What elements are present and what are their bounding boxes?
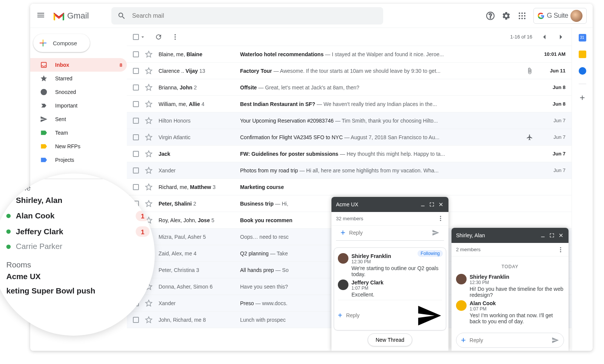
sidebar-item-projects[interactable]: Projects: [30, 153, 127, 167]
row-checkbox[interactable]: [133, 134, 139, 140]
email-row[interactable]: Blaine, me, Blaine Waterloo hotel recomm…: [127, 46, 572, 63]
refresh-icon[interactable]: [155, 33, 162, 41]
row-checkbox[interactable]: [133, 118, 139, 124]
header: Gmail G Suite: [30, 4, 593, 28]
room-row[interactable]: keting Super Bowl push: [6, 284, 150, 298]
row-checkbox[interactable]: [133, 317, 139, 323]
row-checkbox[interactable]: [133, 84, 139, 91]
search-input[interactable]: [132, 12, 377, 19]
email-row[interactable]: William, me, Allie4 Best Indian Restaura…: [127, 96, 572, 112]
sidebar-item-starred[interactable]: Starred: [30, 72, 127, 85]
email-row[interactable]: Xander Photos from my road trip — Hi all…: [127, 162, 572, 179]
plus-icon[interactable]: +: [461, 336, 466, 344]
gsuite-button[interactable]: G Suite: [533, 8, 587, 24]
sidebar-item-important[interactable]: Important: [30, 99, 127, 112]
star-icon[interactable]: [145, 84, 153, 91]
email-row[interactable]: Clarence .. Vijay13 Factory Tour — Aweso…: [127, 63, 572, 79]
room-name: Acme UX: [6, 272, 41, 281]
following-badge[interactable]: Following: [418, 250, 443, 257]
search-bar[interactable]: [111, 7, 383, 25]
calendar-icon[interactable]: 31: [579, 34, 586, 41]
row-checkbox[interactable]: [133, 151, 139, 157]
star-icon[interactable]: [145, 51, 153, 58]
chat-header[interactable]: Acme UX: [331, 197, 448, 212]
chat-header[interactable]: Shirley, Alan: [451, 228, 569, 243]
tasks-icon[interactable]: [579, 67, 586, 75]
menu-icon[interactable]: [36, 11, 45, 21]
email-row[interactable]: Brianna, John2 Offsite — Great, let's me…: [127, 79, 572, 96]
star-icon[interactable]: [145, 67, 153, 75]
compose-button[interactable]: Compose: [33, 34, 90, 52]
star-icon[interactable]: [145, 316, 153, 324]
people-row[interactable]: Shirley, Alan 1: [6, 192, 150, 208]
star-icon[interactable]: [145, 117, 153, 124]
svg-rect-10: [43, 40, 43, 43]
sender: Virgin Atlantic: [159, 134, 234, 140]
profile-avatar[interactable]: [570, 10, 582, 22]
sidebar-item-snoozed[interactable]: Snoozed: [30, 85, 127, 99]
nav-label: Sent: [55, 116, 66, 122]
keep-icon[interactable]: [579, 51, 586, 58]
close-icon[interactable]: [558, 232, 564, 238]
star-icon[interactable]: [145, 167, 153, 174]
thread-reply-input[interactable]: [346, 312, 412, 318]
select-all[interactable]: [133, 34, 146, 40]
reply-input[interactable]: [349, 230, 428, 236]
star-icon[interactable]: [145, 183, 153, 191]
email-row[interactable]: Hilton Honors Your Upcoming Reservation …: [127, 112, 572, 129]
svg-point-3: [524, 12, 525, 14]
clock-icon: [40, 88, 48, 96]
rooms-section: Rooms Acme UXketing Super Bowl push: [0, 256, 155, 301]
send-icon[interactable]: [416, 303, 442, 329]
plus-icon[interactable]: +: [341, 229, 345, 237]
more-icon[interactable]: [171, 33, 179, 41]
email-row[interactable]: Jack FW: Guidelines for poster submissio…: [127, 146, 572, 162]
chat-more-icon[interactable]: [557, 246, 564, 253]
plus-icon[interactable]: +: [338, 311, 342, 320]
row-checkbox[interactable]: [133, 101, 139, 107]
people-row[interactable]: Alan Cook 1: [6, 208, 150, 224]
reply-bar-top[interactable]: +: [336, 226, 444, 241]
sidebar-item-sent[interactable]: Sent: [30, 112, 127, 126]
row-checkbox[interactable]: [133, 51, 139, 57]
send-icon[interactable]: [552, 336, 559, 344]
chat-more-icon[interactable]: [437, 215, 444, 222]
gear-icon[interactable]: [502, 11, 511, 20]
minimize-icon[interactable]: [540, 232, 546, 238]
logo[interactable]: Gmail: [53, 11, 89, 21]
row-checkbox[interactable]: [133, 68, 139, 74]
expand-icon[interactable]: [549, 232, 555, 238]
sidebar-item-team[interactable]: Team: [30, 126, 127, 140]
sidebar-item-inbox[interactable]: Inbox8: [30, 58, 127, 72]
send-icon[interactable]: [432, 229, 439, 237]
room-row[interactable]: Acme UX: [6, 270, 150, 284]
people-row[interactable]: Jeffery Clark 1: [6, 224, 150, 239]
next-page-icon[interactable]: [556, 32, 565, 41]
reply-bar[interactable]: +: [456, 333, 564, 348]
star-icon[interactable]: [145, 134, 153, 141]
star-icon[interactable]: [145, 100, 153, 108]
sidebar-item-new-rfps[interactable]: New RFPs: [30, 140, 127, 153]
new-thread-button[interactable]: New Thread: [368, 333, 412, 346]
help-icon[interactable]: [486, 11, 495, 20]
minimize-icon[interactable]: [420, 201, 426, 207]
apps-icon[interactable]: [518, 11, 527, 20]
flight-icon: [526, 134, 533, 141]
email-row[interactable]: Virgin Atlantic Confirmation for Flight …: [127, 129, 572, 146]
magnifier-overlay: ctive People 3 Shirley, Alan 1 Alan Cook…: [0, 174, 155, 336]
star-icon[interactable]: [145, 150, 153, 158]
people-row[interactable]: Carrie Parker: [6, 240, 150, 254]
sender: Zaid, Alex, me4: [159, 250, 234, 256]
reply-input[interactable]: [470, 337, 548, 343]
star-icon[interactable]: [145, 200, 153, 207]
star-icon[interactable]: [145, 299, 153, 307]
thread-reply[interactable]: +: [338, 300, 442, 329]
row-checkbox[interactable]: [133, 167, 139, 174]
person-name: Shirley, Alan: [16, 196, 62, 205]
close-icon[interactable]: [438, 201, 444, 207]
email-row[interactable]: Richard, me, Matthew3 Marketing course: [127, 179, 572, 195]
add-addon-icon[interactable]: +: [578, 93, 587, 102]
expand-icon[interactable]: [429, 201, 435, 207]
prev-page-icon[interactable]: [540, 32, 549, 41]
row-checkbox[interactable]: [133, 184, 139, 190]
